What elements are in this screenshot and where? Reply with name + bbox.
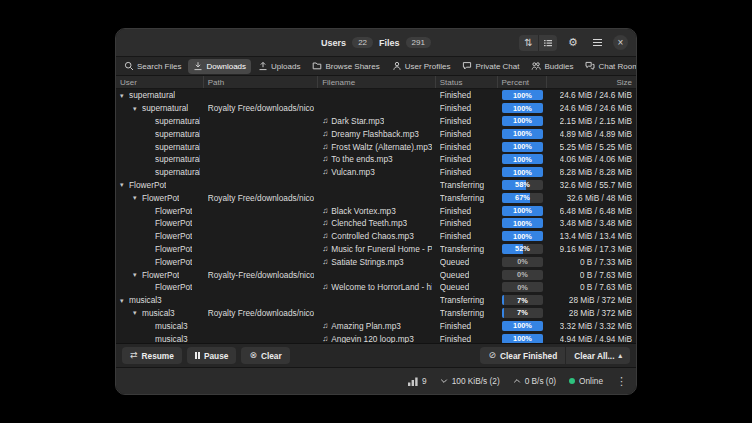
table-row[interactable]: ▾ musical3 Royalty Free/downloads/nicoti… [116,307,636,320]
column-header-filename[interactable]: Filename [318,76,436,88]
table-row[interactable]: ▾ FlowerPot ♫ Controlled Chaos.mp3 Finis… [116,230,636,243]
expander-icon[interactable]: ▾ [133,105,142,112]
row-status: Finished [440,103,471,113]
header-toggle-group: ⇅ [519,35,557,51]
tab-buddies[interactable]: Buddies [526,59,578,74]
row-status: Finished [440,142,471,152]
download-icon [193,61,203,71]
table-row[interactable]: ▾ supernatural ♫ To the ends.mp3 Finishe… [116,153,636,166]
tab-label: Search Files [137,62,181,71]
row-size: 9.16 MiB / 17.3 MiB [560,244,632,254]
buddies-icon [531,61,541,71]
row-path: Royalty Free/downloads/nicoti [208,103,315,113]
table-row[interactable]: ▾ supernatural ♫ Dreamy Flashback.mp3 Fi… [116,127,636,140]
list-view-toggle-button[interactable] [538,35,557,51]
row-user: FlowerPot [155,206,192,216]
row-size: 4.06 MiB / 4.06 MiB [560,154,632,164]
clear-button[interactable]: ⊗ Clear [241,347,289,364]
resume-icon: ⇄ [130,351,138,360]
gear-icon: ⚙ [568,36,578,49]
table-row[interactable]: ▾ supernatural ♫ Frost Waltz (Alternate)… [116,140,636,153]
transfers-toggle-button[interactable]: ⇅ [519,35,538,51]
tab-user-profiles[interactable]: User Profiles [387,59,456,74]
table-row[interactable]: ▾ musical3 ♫ Angevin 120 loop.mp3 Finish… [116,332,636,343]
column-header-status[interactable]: Status [436,76,498,88]
table-row[interactable]: ▾ supernatural ♫ Dark Star.mp3 Finished … [116,115,636,128]
resume-button[interactable]: ⇄ Resume [122,347,182,364]
close-button[interactable]: × [613,35,628,50]
expander-icon[interactable]: ▾ [120,181,129,188]
tab-uploads[interactable]: Uploads [253,59,305,74]
clear-finished-button[interactable]: ⊘ Clear Finished [480,347,566,364]
folder-icon [312,61,322,71]
table-row[interactable]: ▾ supernatural Finished 100% 24.6 MiB / … [116,89,636,102]
table-row[interactable]: ▾ FlowerPot ♫ Black Vortex.mp3 Finished … [116,204,636,217]
row-status: Finished [440,206,471,216]
row-size: 3.48 MiB / 3.48 MiB [560,218,632,228]
table-row[interactable]: ▾ FlowerPot Royalty-Free/downloads/nicot… [116,268,636,281]
row-filename: Black Vortex.mp3 [331,206,396,216]
connections-indicator[interactable]: 9 [408,376,427,386]
table-row[interactable]: ▾ FlowerPot Transferring 58% 32.6 MiB / … [116,179,636,192]
progress-bar: 0% [502,257,544,267]
expander-icon[interactable]: ▾ [133,309,142,316]
progress-percent: 100% [502,154,544,164]
progress-bar: 58% [502,180,544,190]
row-size: 4.94 MiB / 4.94 MiB [560,334,632,343]
online-dot-icon [569,378,575,384]
action-bar: ⇄ Resume Pause ⊗ Clear ⊘ Clear Finished … [116,343,636,367]
row-user: supernatural [155,167,200,177]
expander-icon[interactable]: ▾ [133,194,142,201]
row-user: musical3 [129,295,162,305]
column-header-path[interactable]: Path [204,76,319,88]
column-header-user[interactable]: User [116,76,204,88]
table-row[interactable]: ▾ FlowerPot ♫ Music for Funeral Home - P… [116,243,636,256]
column-header-percent[interactable]: Percent [498,76,548,88]
row-size: 28 MiB / 372 MiB [569,308,632,318]
tab-downloads[interactable]: Downloads [188,59,251,74]
row-filename: Satiate Strings.mp3 [331,257,403,267]
progress-bar: 100% [502,321,544,331]
download-rate: 100 KiB/s (2) [452,376,500,386]
titlebar-counts: Users 22 Files 291 [321,37,431,48]
row-size: 6.48 MiB / 6.48 MiB [560,206,632,216]
table-row[interactable]: ▾ FlowerPot ♫ Clenched Teeth.mp3 Finishe… [116,217,636,230]
statusbar-menu-button[interactable]: ⋮ [616,376,627,387]
table-row[interactable]: ▾ musical3 ♫ Amazing Plan.mp3 Finished 1… [116,319,636,332]
tab-chat-rooms[interactable]: Chat Rooms [580,59,637,74]
row-status: Finished [440,321,471,331]
tab-search-files[interactable]: Search Files [119,59,186,74]
preferences-button[interactable]: ⚙ [565,35,581,51]
row-filename: Music for Funeral Home - Part … [331,244,432,254]
table-row[interactable]: ▾ supernatural Royalty Free/downloads/ni… [116,102,636,115]
pause-button[interactable]: Pause [187,347,237,364]
connections-count: 9 [422,376,427,386]
row-size: 24.6 MiB / 24.6 MiB [560,103,632,113]
tab-browse-shares[interactable]: Browse Shares [307,59,384,74]
music-note-icon: ♫ [322,245,328,253]
expander-icon[interactable]: ▾ [120,297,129,304]
table-row[interactable]: ▾ FlowerPot ♫ Satiate Strings.mp3 Queued… [116,255,636,268]
table-row[interactable]: ▾ FlowerPot ♫ Welcome to HorrorLand - hi… [116,281,636,294]
row-size: 32.6 MiB / 55.7 MiB [560,180,632,190]
expander-icon[interactable]: ▾ [133,271,142,278]
table-row[interactable]: ▾ supernatural ♫ Vulcan.mp3 Finished 100… [116,166,636,179]
transfers-icon: ⇅ [524,37,532,48]
download-rate-indicator[interactable]: 100 KiB/s (2) [440,376,500,386]
table-row[interactable]: ▾ FlowerPot Royalty Free/downloads/nicot… [116,191,636,204]
tab-label: Downloads [206,62,246,71]
music-note-icon: ♫ [322,322,328,330]
tab-private-chat[interactable]: Private Chat [457,59,524,74]
upload-rate-indicator[interactable]: 0 B/s (0) [513,376,556,386]
expander-icon[interactable]: ▾ [120,92,129,99]
row-size: 4.89 MiB / 4.89 MiB [560,129,632,139]
list-icon [543,38,553,48]
table-row[interactable]: ▾ musical3 Transferring 7% 28 MiB / 372 … [116,294,636,307]
online-status[interactable]: Online [569,376,603,386]
clear-all-button[interactable]: Clear All... ▴ [566,347,630,364]
row-user: supernatural [142,103,188,113]
row-status: Finished [440,90,471,100]
main-menu-button[interactable] [589,35,605,51]
column-header-size[interactable]: Size [547,76,636,88]
row-size: 32.6 MiB / 48 MiB [567,193,632,203]
